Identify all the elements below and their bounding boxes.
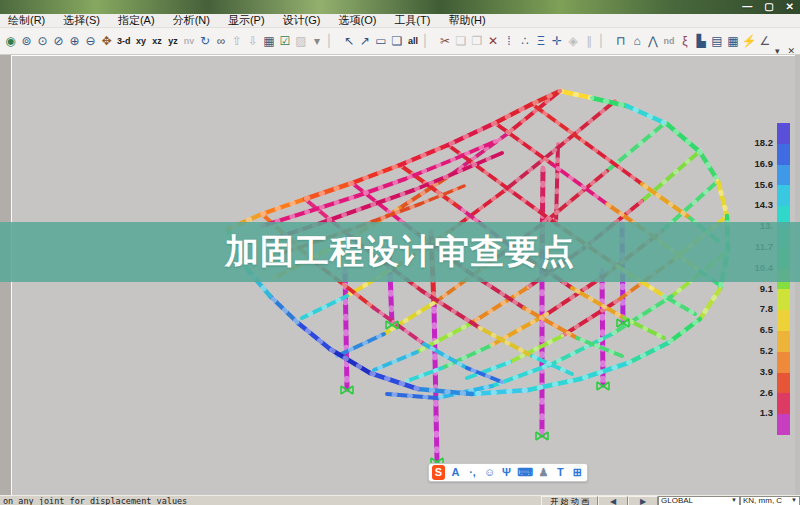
legend-color-segment xyxy=(777,165,790,186)
toolbar-more-icon[interactable]: ▾ xyxy=(310,32,325,50)
ime-punctuation-icon[interactable]: ·, xyxy=(466,465,479,480)
legend-color-segment xyxy=(777,393,790,414)
ime-emoji-icon[interactable]: ☺ xyxy=(483,465,496,480)
rotate-view-icon[interactable]: ↻ xyxy=(198,32,213,50)
show-tables-icon[interactable]: ▦ xyxy=(726,32,741,50)
ime-person-icon[interactable]: ♟ xyxy=(537,465,550,480)
copy-icon[interactable]: ❏ xyxy=(454,32,469,50)
menu-draw[interactable]: 绘制(R) xyxy=(8,13,45,28)
dropdown-caret-icon: ▼ xyxy=(731,496,737,505)
view-xz-button[interactable]: xz xyxy=(150,32,165,50)
legend-value: 3.9 xyxy=(733,362,773,383)
legend-value: 15.6 xyxy=(733,175,773,196)
toolbar-separator[interactable]: ▏ xyxy=(326,32,341,50)
legend-value: 2.6 xyxy=(733,383,773,404)
legend-value: 7.8 xyxy=(733,299,773,320)
main-toolbar: ◉⊚⊙⊘⊕⊖✥3-dxyxzyznv↻∞⇧⇩▦☑▨▾▏↖↗▭❏all▏✂❏❐✕⁞… xyxy=(0,28,800,55)
divide-frames-icon[interactable]: ∥ xyxy=(582,32,597,50)
title-banner: 加固工程设计审查要点 xyxy=(0,222,800,282)
select-window-icon[interactable]: ▭ xyxy=(374,32,389,50)
ime-toolbar: SA·,☺Ψ⌨♟T⊞ xyxy=(428,463,588,482)
toolbar-separator[interactable]: ▏ xyxy=(598,32,613,50)
pan-icon[interactable]: ✥ xyxy=(99,32,114,50)
zoom-page-icon[interactable]: ❏ xyxy=(390,32,405,50)
menu-design[interactable]: 设计(G) xyxy=(283,13,321,28)
menu-assign[interactable]: 指定(A) xyxy=(118,13,155,28)
extrude-view-icon[interactable]: ▨ xyxy=(294,32,309,50)
zoom-in-icon[interactable]: ⊕ xyxy=(67,32,82,50)
draw-nd-button[interactable]: nd xyxy=(662,32,677,50)
view-window-controls: ▾ ✕ xyxy=(775,46,795,56)
ime-skin-icon[interactable]: T xyxy=(554,465,567,480)
move-down-level-icon[interactable]: ⇩ xyxy=(246,32,261,50)
move-up-level-icon[interactable]: ⇧ xyxy=(230,32,245,50)
select-poly-icon[interactable]: ↗ xyxy=(358,32,373,50)
legend-color-segment xyxy=(777,144,790,165)
draw-spring-icon[interactable]: ξ xyxy=(678,32,693,50)
view-nv-button[interactable]: nv xyxy=(182,32,197,50)
draw-beam-icon[interactable]: ⊓ xyxy=(614,32,629,50)
legend-value: 1.3 xyxy=(733,403,773,424)
joint-pattern-icon[interactable]: ∴ xyxy=(518,32,533,50)
draw-portal-icon[interactable]: ⌂ xyxy=(630,32,645,50)
menu-help[interactable]: 帮助(H) xyxy=(448,13,485,28)
select-all-button[interactable]: all xyxy=(406,32,421,50)
toolbar-separator[interactable]: ▏ xyxy=(422,32,437,50)
dropdown-caret-icon: ▼ xyxy=(791,496,797,505)
perspective-icon[interactable]: ∞ xyxy=(214,32,229,50)
paste-icon[interactable]: ❐ xyxy=(470,32,485,50)
zoom-extents-icon[interactable]: ⊚ xyxy=(19,32,34,50)
shrink-objects-icon[interactable]: ▦ xyxy=(262,32,277,50)
legend-color-segment xyxy=(777,310,790,331)
status-bar: on any joint for displacement values 开 始… xyxy=(0,495,800,505)
ime-toolbox-icon[interactable]: ⊞ xyxy=(571,465,584,480)
menu-select[interactable]: 选择(S) xyxy=(63,13,100,28)
cut-icon[interactable]: ✂ xyxy=(438,32,453,50)
assign-area-icon[interactable]: ◈ xyxy=(566,32,581,50)
view-close-icon[interactable]: ✕ xyxy=(787,46,795,56)
view-collapse-icon[interactable]: ▾ xyxy=(775,46,780,56)
window-controls: —▢✕ xyxy=(742,0,794,14)
ime-lang-toggle-icon[interactable]: A xyxy=(449,465,462,480)
coordinate-system-select[interactable]: GLOBAL ▼ xyxy=(658,496,740,505)
zoom-window-icon[interactable]: ⊙ xyxy=(35,32,50,50)
maximize-button[interactable]: ▢ xyxy=(764,0,773,14)
legend-color-segment xyxy=(777,331,790,352)
legend-value: 18.2 xyxy=(733,133,773,154)
display-options-checkbox-icon[interactable]: ☑ xyxy=(278,32,293,50)
stairs-model-icon[interactable]: ▤ xyxy=(710,32,725,50)
plant-model-icon[interactable]: ▙ xyxy=(694,32,709,50)
menu-display[interactable]: 显示(P) xyxy=(228,13,265,28)
next-step-button[interactable]: ▶ xyxy=(628,496,658,505)
view-3d-button[interactable]: 3-d xyxy=(115,32,133,50)
view-yz-button[interactable]: yz xyxy=(166,32,181,50)
zoom-out-icon[interactable]: ⊖ xyxy=(83,32,98,50)
zoom-previous-icon[interactable]: ⊘ xyxy=(51,32,66,50)
frame-releases-icon[interactable]: Ξ xyxy=(534,32,549,50)
refresh-window-icon[interactable]: ◉ xyxy=(3,32,18,50)
menu-options[interactable]: 选项(O) xyxy=(338,13,376,28)
move-joints-icon[interactable]: ✛ xyxy=(550,32,565,50)
ime-voice-icon[interactable]: Ψ xyxy=(500,465,513,480)
ime-keyboard-icon[interactable]: ⌨ xyxy=(517,465,533,480)
menu-analyze[interactable]: 分析(N) xyxy=(173,13,210,28)
run-analysis-icon[interactable]: ⚡ xyxy=(742,32,757,50)
banner-title: 加固工程设计审查要点 xyxy=(225,229,575,275)
start-animation-button[interactable]: 开 始 动 画 xyxy=(541,496,598,505)
view-xy-button[interactable]: xy xyxy=(134,32,149,50)
menu-bar: 绘制(R)选择(S)指定(A)分析(N)显示(P)设计(G)选项(O)工具(T)… xyxy=(0,14,800,28)
units-select[interactable]: KN, mm, C ▼ xyxy=(740,496,800,505)
legend-value: 14.3 xyxy=(733,195,773,216)
draw-truss-icon[interactable]: ⋀ xyxy=(646,32,661,50)
prev-step-button[interactable]: ◀ xyxy=(598,496,628,505)
angle-snap-icon[interactable]: ∠ xyxy=(758,32,773,50)
delete-icon[interactable]: ✕ xyxy=(486,32,501,50)
dimension-lines-icon[interactable]: ⁞ xyxy=(502,32,517,50)
close-button[interactable]: ✕ xyxy=(786,0,794,14)
legend-color-segment xyxy=(777,414,790,435)
legend-value: 5.2 xyxy=(733,341,773,362)
select-pointer-icon[interactable]: ↖ xyxy=(342,32,357,50)
minimize-button[interactable]: — xyxy=(742,0,752,14)
menu-tools[interactable]: 工具(T) xyxy=(394,13,430,28)
sogou-logo-icon[interactable]: S xyxy=(432,465,445,480)
